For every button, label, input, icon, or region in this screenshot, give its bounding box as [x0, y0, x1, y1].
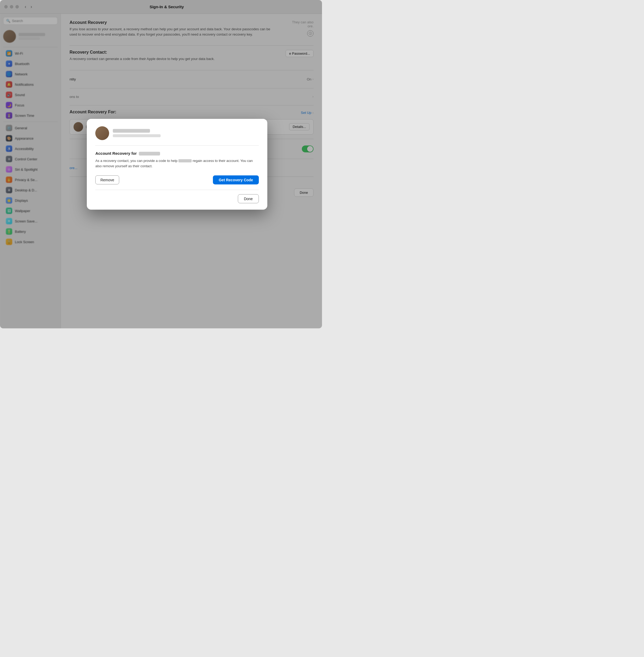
- modal-contact-info: [113, 129, 161, 137]
- modal-desc-prefix: As a recovery contact, you can provide a…: [95, 158, 177, 162]
- modal-section-title: Account Recovery for: [95, 151, 259, 155]
- get-recovery-code-button[interactable]: Get Recovery Code: [213, 176, 259, 184]
- modal-title-prefix: Account Recovery for: [95, 151, 137, 155]
- modal-contact-email-redacted: [113, 134, 161, 137]
- main-window: ‹ › Sign-In & Security 🔍 📶 Wi-Fi: [0, 0, 322, 328]
- modal-buttons-row: Remove Get Recovery Code: [95, 176, 259, 184]
- modal-done-label: Done: [244, 197, 253, 201]
- modal-contact-name-redacted: [113, 129, 150, 133]
- modal-done-button[interactable]: Done: [238, 194, 259, 203]
- get-recovery-code-label: Get Recovery Code: [219, 178, 253, 182]
- modal-title-name-redacted: [139, 152, 160, 155]
- remove-label: Remove: [100, 178, 114, 182]
- account-recovery-modal: Account Recovery for As a recovery conta…: [87, 119, 267, 210]
- modal-avatar: [95, 126, 109, 140]
- remove-button[interactable]: Remove: [95, 176, 119, 184]
- modal-body: Account Recovery for As a recovery conta…: [95, 151, 259, 203]
- modal-done-row: Done: [95, 194, 259, 203]
- modal-contact-section: [95, 126, 259, 145]
- modal-description: As a recovery contact, you can provide a…: [95, 158, 259, 169]
- modal-divider: [95, 190, 259, 190]
- modal-desc-name-redacted: [178, 159, 192, 162]
